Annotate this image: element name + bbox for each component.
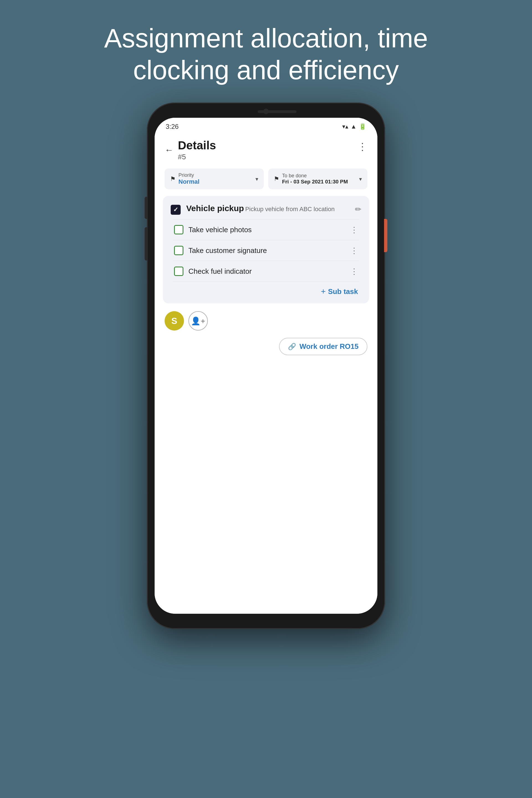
task-title-block: Vehicle pickup Pickup vehicle from ABC l…	[186, 204, 349, 213]
date-value: Fri - 03 Sep 2021 01:30 PM	[282, 179, 348, 185]
subtask-checkbox-1[interactable]	[174, 246, 184, 255]
phone-button-left-1	[145, 197, 147, 219]
subtask-divider-1	[173, 240, 359, 240]
date-pill-text: To be done Fri - 03 Sep 2021 01:30 PM	[282, 173, 348, 185]
wifi-icon: ▾▴	[342, 123, 348, 130]
subtask-item: Take vehicle photos ⋮	[171, 221, 361, 239]
meta-row: ⚑ Priority Normal ▾ ⚑ To be done Fri - 0…	[155, 166, 377, 194]
priority-pill-text: Priority Normal	[178, 172, 200, 185]
task-title: Vehicle pickup	[186, 204, 244, 213]
phone-button-right	[384, 219, 387, 252]
date-flag-icon: ⚑	[274, 175, 279, 183]
hero-title: Assignment allocation, time clocking and…	[72, 22, 460, 86]
subtask-more-1[interactable]: ⋮	[350, 246, 358, 255]
add-person-icon: 👤+	[191, 317, 205, 326]
link-icon: 🔗	[288, 343, 296, 350]
task-header: Vehicle pickup Pickup vehicle from ABC l…	[171, 204, 361, 215]
work-order-label: Work order RO15	[300, 342, 359, 351]
subtask-divider-2	[173, 261, 359, 261]
work-order-button[interactable]: 🔗 Work order RO15	[279, 338, 367, 355]
screen-footer	[155, 362, 377, 614]
add-subtask-button[interactable]: Sub task	[328, 287, 358, 296]
subtask-label-1: Take customer signature	[188, 246, 345, 255]
task-description: Pickup vehicle from ABC location	[245, 206, 335, 212]
page-title: Details	[178, 139, 216, 152]
date-dropdown-icon[interactable]: ▾	[359, 176, 362, 182]
date-pill[interactable]: ⚑ To be done Fri - 03 Sep 2021 01:30 PM …	[268, 169, 367, 189]
task-done-checkbox[interactable]	[171, 205, 180, 215]
priority-value: Normal	[178, 178, 200, 185]
priority-pill[interactable]: ⚑ Priority Normal ▾	[165, 169, 264, 189]
header-title-block: Details #5	[178, 139, 216, 161]
subtask-label-2: Check fuel indicator	[188, 267, 345, 276]
phone-speaker	[258, 110, 297, 113]
assignee-avatar-s[interactable]: S	[165, 311, 184, 330]
status-time: 3:26	[166, 123, 179, 131]
page-subtitle: #5	[178, 153, 216, 161]
work-order-row: 🔗 Work order RO15	[155, 335, 377, 362]
add-assignee-button[interactable]: 👤+	[188, 311, 208, 330]
header-left: ← Details #5	[165, 139, 216, 161]
subtask-label-0: Take vehicle photos	[188, 226, 345, 234]
priority-label: Priority	[178, 172, 200, 178]
subtask-item: Check fuel indicator ⋮	[171, 262, 361, 280]
add-subtask-icon: +	[321, 287, 326, 296]
task-card: Vehicle pickup Pickup vehicle from ABC l…	[163, 196, 369, 303]
date-label: To be done	[282, 173, 348, 179]
phone-button-left-2	[145, 227, 147, 261]
app-header: ← Details #5 ⋮	[155, 133, 377, 166]
subtask-divider-0	[173, 219, 359, 220]
subtask-list: Take vehicle photos ⋮ Take customer sign…	[171, 219, 361, 282]
subtask-more-0[interactable]: ⋮	[350, 225, 358, 234]
subtask-divider-3	[173, 282, 359, 282]
status-icons: ▾▴ ▲ 🔋	[342, 123, 366, 130]
subtask-checkbox-0[interactable]	[174, 225, 184, 234]
phone-frame: 3:26 ▾▴ ▲ 🔋 ← Details #5 ⋮	[147, 102, 385, 629]
priority-flag-icon: ⚑	[170, 175, 176, 183]
status-bar: 3:26 ▾▴ ▲ 🔋	[155, 118, 377, 133]
signal-icon: ▲	[350, 123, 357, 130]
subtask-checkbox-2[interactable]	[174, 267, 184, 276]
add-subtask-row: + Sub task	[171, 282, 361, 298]
battery-icon: 🔋	[359, 123, 366, 130]
assignee-row: S 👤+	[155, 303, 377, 335]
subtask-more-2[interactable]: ⋮	[350, 267, 358, 276]
task-edit-button[interactable]: ✏	[355, 205, 361, 214]
subtask-item: Take customer signature ⋮	[171, 241, 361, 260]
phone-mockup: 3:26 ▾▴ ▲ 🔋 ← Details #5 ⋮	[147, 102, 385, 629]
more-menu-button[interactable]: ⋮	[358, 141, 367, 153]
back-button[interactable]: ←	[165, 145, 173, 155]
priority-dropdown-icon[interactable]: ▾	[255, 176, 258, 182]
phone-screen: 3:26 ▾▴ ▲ 🔋 ← Details #5 ⋮	[155, 118, 377, 614]
